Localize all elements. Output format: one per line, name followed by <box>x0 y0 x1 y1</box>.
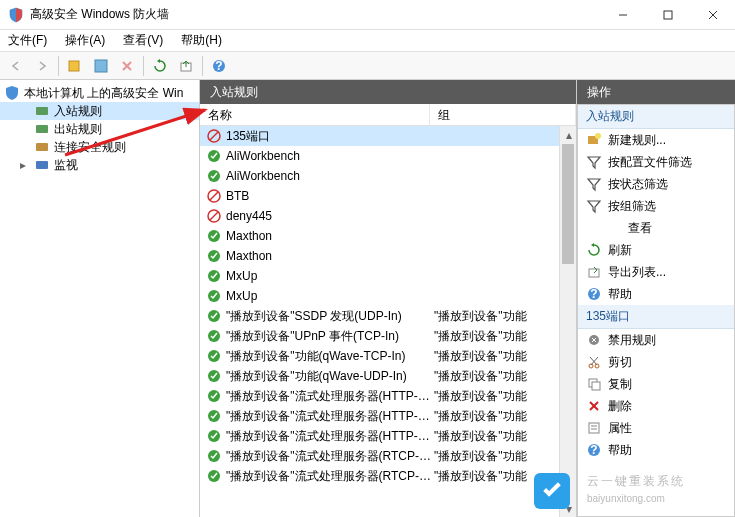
filter-icon <box>586 198 602 214</box>
action-查看[interactable]: 查看 <box>578 217 734 239</box>
rule-name: "播放到设备"流式处理服务器(HTTP-Stre... <box>226 388 434 405</box>
rule-row[interactable]: "播放到设备"UPnP 事件(TCP-In)"播放到设备"功能 <box>200 326 576 346</box>
action-导出列表...[interactable]: 导出列表... <box>578 261 734 283</box>
column-group[interactable]: 组 <box>430 104 576 125</box>
rule-group: "播放到设备"功能 <box>434 308 570 325</box>
rule-row[interactable]: 135端口 <box>200 126 576 146</box>
allowed-icon <box>206 268 222 284</box>
maximize-button[interactable] <box>645 0 690 30</box>
rule-row[interactable]: Maxthon <box>200 246 576 266</box>
action-按组筛选[interactable]: 按组筛选 <box>578 195 734 217</box>
allowed-icon <box>206 308 222 324</box>
rule-row[interactable]: AliWorkbench <box>200 166 576 186</box>
rule-row[interactable]: Maxthon <box>200 226 576 246</box>
column-name[interactable]: 名称 <box>200 104 430 125</box>
rule-row[interactable]: deny445 <box>200 206 576 226</box>
cut-icon <box>586 354 602 370</box>
props-icon <box>586 420 602 436</box>
rule-name: deny445 <box>226 209 434 223</box>
svg-text:?: ? <box>590 443 597 457</box>
forward-button <box>30 55 54 77</box>
menu-file[interactable]: 文件(F) <box>8 32 47 49</box>
action-按配置文件筛选[interactable]: 按配置文件筛选 <box>578 151 734 173</box>
action-刷新[interactable]: 刷新 <box>578 239 734 261</box>
tree-item-label: 监视 <box>54 157 78 174</box>
action-删除[interactable]: 删除 <box>578 395 734 417</box>
action-属性[interactable]: 属性 <box>578 417 734 439</box>
allowed-icon <box>206 368 222 384</box>
tree-item-3[interactable]: ▸监视 <box>0 156 199 174</box>
allowed-icon <box>206 148 222 164</box>
action-剪切[interactable]: 剪切 <box>578 351 734 373</box>
rule-group: "播放到设备"功能 <box>434 388 570 405</box>
rule-group: "播放到设备"功能 <box>434 428 570 445</box>
list-header: 名称 组 <box>200 104 576 126</box>
rule-row[interactable]: "播放到设备"流式处理服务器(RTCP-Stre..."播放到设备"功能 <box>200 466 576 486</box>
action-新建规则...[interactable]: 新建规则... <box>578 129 734 151</box>
rules-list[interactable]: 135端口AliWorkbenchAliWorkbenchBTBdeny445M… <box>200 126 576 517</box>
action-按状态筛选[interactable]: 按状态筛选 <box>578 173 734 195</box>
toolbar-separator <box>143 56 144 76</box>
close-button[interactable] <box>690 0 735 30</box>
svg-text:?: ? <box>590 287 597 301</box>
svg-rect-47 <box>592 382 600 390</box>
rules-panel: 入站规则 名称 组 135端口AliWorkbenchAliWorkbenchB… <box>200 80 577 517</box>
action-复制[interactable]: 复制 <box>578 373 734 395</box>
action-label: 属性 <box>608 420 632 437</box>
tree-item-1[interactable]: 出站规则 <box>0 120 199 138</box>
rule-name: "播放到设备"SSDP 发现(UDP-In) <box>226 308 434 325</box>
allowed-icon <box>206 428 222 444</box>
action-label: 查看 <box>628 220 652 237</box>
rule-name: Maxthon <box>226 229 434 243</box>
action-label: 按配置文件筛选 <box>608 154 692 171</box>
rule-row[interactable]: "播放到设备"流式处理服务器(RTCP-Stre..."播放到设备"功能 <box>200 446 576 466</box>
rule-name: AliWorkbench <box>226 169 434 183</box>
allowed-icon <box>206 228 222 244</box>
action-禁用规则[interactable]: 禁用规则 <box>578 329 734 351</box>
tree-root[interactable]: 本地计算机 上的高级安全 Win <box>0 84 199 102</box>
refresh-button[interactable] <box>148 55 172 77</box>
rule-row[interactable]: "播放到设备"功能(qWave-UDP-In)"播放到设备"功能 <box>200 366 576 386</box>
actions-panel-header: 操作 <box>577 80 735 104</box>
rule-icon <box>34 139 50 155</box>
props-button[interactable] <box>89 55 113 77</box>
filter-icon <box>586 176 602 192</box>
minimize-button[interactable] <box>600 0 645 30</box>
new-button[interactable] <box>63 55 87 77</box>
allowed-icon <box>206 168 222 184</box>
svg-rect-11 <box>36 107 48 115</box>
svg-rect-5 <box>95 60 107 72</box>
scroll-up-icon[interactable]: ▴ <box>560 126 576 143</box>
rule-row[interactable]: "播放到设备"功能(qWave-TCP-In)"播放到设备"功能 <box>200 346 576 366</box>
disable-icon <box>586 332 602 348</box>
rule-row[interactable]: BTB <box>200 186 576 206</box>
action-label: 刷新 <box>608 242 632 259</box>
rule-row[interactable]: "播放到设备"流式处理服务器(HTTP-Stre..."播放到设备"功能 <box>200 426 576 446</box>
tree-item-0[interactable]: 入站规则 <box>0 102 199 120</box>
rule-row[interactable]: "播放到设备"流式处理服务器(HTTP-Stre..."播放到设备"功能 <box>200 386 576 406</box>
action-帮助[interactable]: ?帮助 <box>578 439 734 461</box>
expand-icon[interactable]: ▸ <box>20 158 30 172</box>
vertical-scrollbar[interactable]: ▴ ▾ <box>559 126 576 517</box>
actions-section-rules: 入站规则 <box>578 105 734 129</box>
menu-action[interactable]: 操作(A) <box>65 32 105 49</box>
rule-row[interactable]: AliWorkbench <box>200 146 576 166</box>
actions-panel: 操作 入站规则 新建规则...按配置文件筛选按状态筛选按组筛选查看刷新导出列表.… <box>577 80 735 517</box>
export-button[interactable] <box>174 55 198 77</box>
rule-row[interactable]: MxUp <box>200 286 576 306</box>
rule-row[interactable]: MxUp <box>200 266 576 286</box>
menu-help[interactable]: 帮助(H) <box>181 32 222 49</box>
scrollbar-thumb[interactable] <box>562 144 574 264</box>
rule-name: "播放到设备"流式处理服务器(HTTP-Stre... <box>226 428 434 445</box>
action-帮助[interactable]: ?帮助 <box>578 283 734 305</box>
rule-name: "播放到设备"功能(qWave-TCP-In) <box>226 348 434 365</box>
rule-name: Maxthon <box>226 249 434 263</box>
help-button[interactable]: ? <box>207 55 231 77</box>
scroll-down-icon[interactable]: ▾ <box>560 500 576 517</box>
svg-line-22 <box>210 212 218 220</box>
menu-view[interactable]: 查看(V) <box>123 32 163 49</box>
tree-item-2[interactable]: 连接安全规则 <box>0 138 199 156</box>
action-label: 按组筛选 <box>608 198 656 215</box>
rule-row[interactable]: "播放到设备"流式处理服务器(HTTP-Stre..."播放到设备"功能 <box>200 406 576 426</box>
rule-row[interactable]: "播放到设备"SSDP 发现(UDP-In)"播放到设备"功能 <box>200 306 576 326</box>
